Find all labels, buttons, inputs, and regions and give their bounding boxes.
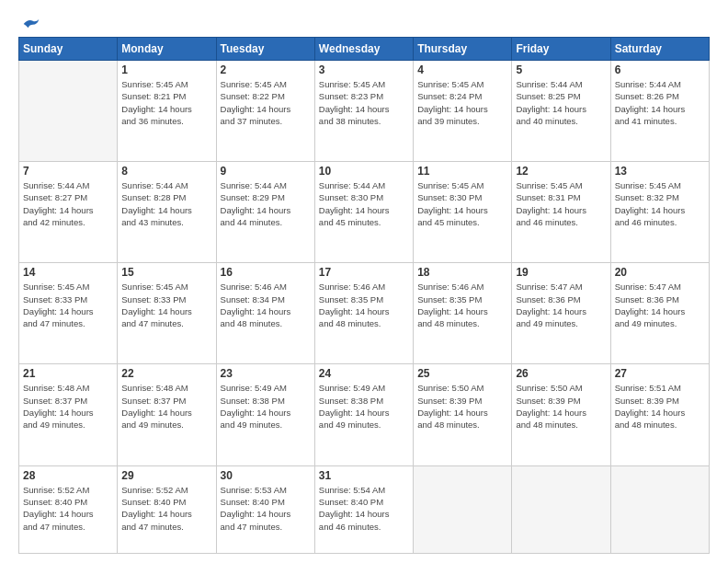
calendar-header-wednesday: Wednesday xyxy=(314,38,413,61)
day-number: 28 xyxy=(23,469,113,482)
day-number: 22 xyxy=(121,367,211,380)
week-row-2: 7Sunrise: 5:44 AM Sunset: 8:27 PM Daylig… xyxy=(19,162,710,263)
logo xyxy=(18,17,40,28)
calendar-cell: 9Sunrise: 5:44 AM Sunset: 8:29 PM Daylig… xyxy=(216,162,314,263)
logo-text xyxy=(18,17,40,31)
day-info: Sunrise: 5:53 AM Sunset: 8:40 PM Dayligh… xyxy=(221,484,311,533)
day-number: 20 xyxy=(615,266,705,279)
week-row-1: 1Sunrise: 5:45 AM Sunset: 8:21 PM Daylig… xyxy=(19,61,710,162)
day-number: 25 xyxy=(417,367,507,380)
day-number: 4 xyxy=(417,63,507,76)
day-number: 5 xyxy=(516,63,606,76)
calendar-header-saturday: Saturday xyxy=(610,38,709,61)
day-number: 24 xyxy=(319,367,409,380)
calendar-cell: 29Sunrise: 5:52 AM Sunset: 8:40 PM Dayli… xyxy=(118,465,216,553)
day-info: Sunrise: 5:46 AM Sunset: 8:34 PM Dayligh… xyxy=(221,281,311,329)
day-number: 2 xyxy=(221,63,311,76)
day-number: 12 xyxy=(516,165,606,178)
calendar-cell: 21Sunrise: 5:48 AM Sunset: 8:37 PM Dayli… xyxy=(19,364,118,465)
day-number: 26 xyxy=(516,367,606,380)
calendar-cell: 18Sunrise: 5:46 AM Sunset: 8:35 PM Dayli… xyxy=(414,263,512,364)
calendar-cell: 12Sunrise: 5:45 AM Sunset: 8:31 PM Dayli… xyxy=(512,162,610,263)
calendar-cell: 14Sunrise: 5:45 AM Sunset: 8:33 PM Dayli… xyxy=(19,263,118,364)
day-info: Sunrise: 5:49 AM Sunset: 8:38 PM Dayligh… xyxy=(221,382,311,431)
day-number: 10 xyxy=(319,165,409,178)
logo-bird-icon xyxy=(22,17,40,31)
calendar-cell xyxy=(610,465,709,553)
calendar-cell: 5Sunrise: 5:44 AM Sunset: 8:25 PM Daylig… xyxy=(512,61,610,162)
day-info: Sunrise: 5:44 AM Sunset: 8:25 PM Dayligh… xyxy=(516,78,606,127)
day-info: Sunrise: 5:47 AM Sunset: 8:36 PM Dayligh… xyxy=(516,281,606,329)
day-number: 6 xyxy=(615,63,705,76)
header xyxy=(18,17,710,28)
day-info: Sunrise: 5:44 AM Sunset: 8:27 PM Dayligh… xyxy=(23,179,113,228)
day-info: Sunrise: 5:49 AM Sunset: 8:38 PM Dayligh… xyxy=(319,382,409,431)
calendar-cell: 13Sunrise: 5:45 AM Sunset: 8:32 PM Dayli… xyxy=(610,162,709,263)
calendar-header-sunday: Sunday xyxy=(19,38,118,61)
calendar-cell xyxy=(512,465,610,553)
day-number: 19 xyxy=(516,266,606,279)
week-row-4: 21Sunrise: 5:48 AM Sunset: 8:37 PM Dayli… xyxy=(19,364,710,465)
day-number: 18 xyxy=(417,266,507,279)
calendar-cell: 7Sunrise: 5:44 AM Sunset: 8:27 PM Daylig… xyxy=(19,162,118,263)
calendar-cell: 22Sunrise: 5:48 AM Sunset: 8:37 PM Dayli… xyxy=(118,364,216,465)
day-number: 14 xyxy=(23,266,113,279)
day-info: Sunrise: 5:45 AM Sunset: 8:33 PM Dayligh… xyxy=(121,281,211,329)
calendar-cell: 20Sunrise: 5:47 AM Sunset: 8:36 PM Dayli… xyxy=(610,263,709,364)
day-info: Sunrise: 5:48 AM Sunset: 8:37 PM Dayligh… xyxy=(23,382,113,431)
day-number: 13 xyxy=(615,165,705,178)
calendar-cell: 17Sunrise: 5:46 AM Sunset: 8:35 PM Dayli… xyxy=(314,263,413,364)
day-info: Sunrise: 5:45 AM Sunset: 8:24 PM Dayligh… xyxy=(417,78,507,127)
day-number: 11 xyxy=(417,165,507,178)
day-info: Sunrise: 5:46 AM Sunset: 8:35 PM Dayligh… xyxy=(319,281,409,329)
calendar-cell: 27Sunrise: 5:51 AM Sunset: 8:39 PM Dayli… xyxy=(610,364,709,465)
day-info: Sunrise: 5:52 AM Sunset: 8:40 PM Dayligh… xyxy=(121,484,211,533)
day-info: Sunrise: 5:46 AM Sunset: 8:35 PM Dayligh… xyxy=(417,281,507,329)
day-number: 30 xyxy=(221,469,311,482)
calendar-cell: 11Sunrise: 5:45 AM Sunset: 8:30 PM Dayli… xyxy=(414,162,512,263)
calendar-cell: 1Sunrise: 5:45 AM Sunset: 8:21 PM Daylig… xyxy=(118,61,216,162)
calendar-cell: 2Sunrise: 5:45 AM Sunset: 8:22 PM Daylig… xyxy=(216,61,314,162)
calendar-cell xyxy=(414,465,512,553)
calendar-cell: 8Sunrise: 5:44 AM Sunset: 8:28 PM Daylig… xyxy=(118,162,216,263)
day-info: Sunrise: 5:45 AM Sunset: 8:31 PM Dayligh… xyxy=(516,179,606,228)
day-number: 17 xyxy=(319,266,409,279)
day-info: Sunrise: 5:44 AM Sunset: 8:30 PM Dayligh… xyxy=(319,179,409,228)
day-info: Sunrise: 5:50 AM Sunset: 8:39 PM Dayligh… xyxy=(516,382,606,431)
week-row-5: 28Sunrise: 5:52 AM Sunset: 8:40 PM Dayli… xyxy=(19,465,710,553)
day-info: Sunrise: 5:44 AM Sunset: 8:28 PM Dayligh… xyxy=(121,179,211,228)
calendar-cell: 26Sunrise: 5:50 AM Sunset: 8:39 PM Dayli… xyxy=(512,364,610,465)
calendar-cell: 10Sunrise: 5:44 AM Sunset: 8:30 PM Dayli… xyxy=(314,162,413,263)
day-info: Sunrise: 5:44 AM Sunset: 8:26 PM Dayligh… xyxy=(615,78,705,127)
calendar-cell: 4Sunrise: 5:45 AM Sunset: 8:24 PM Daylig… xyxy=(414,61,512,162)
calendar-header-monday: Monday xyxy=(118,38,216,61)
day-info: Sunrise: 5:52 AM Sunset: 8:40 PM Dayligh… xyxy=(23,484,113,533)
day-number: 31 xyxy=(319,469,409,482)
day-number: 3 xyxy=(319,63,409,76)
day-number: 23 xyxy=(221,367,311,380)
calendar-header-row: SundayMondayTuesdayWednesdayThursdayFrid… xyxy=(19,38,710,61)
calendar-cell: 6Sunrise: 5:44 AM Sunset: 8:26 PM Daylig… xyxy=(610,61,709,162)
calendar-header-tuesday: Tuesday xyxy=(216,38,314,61)
day-info: Sunrise: 5:45 AM Sunset: 8:23 PM Dayligh… xyxy=(319,78,409,127)
calendar: SundayMondayTuesdayWednesdayThursdayFrid… xyxy=(18,37,710,554)
day-info: Sunrise: 5:45 AM Sunset: 8:33 PM Dayligh… xyxy=(23,281,113,329)
calendar-cell: 19Sunrise: 5:47 AM Sunset: 8:36 PM Dayli… xyxy=(512,263,610,364)
calendar-cell: 31Sunrise: 5:54 AM Sunset: 8:40 PM Dayli… xyxy=(314,465,413,553)
calendar-cell: 28Sunrise: 5:52 AM Sunset: 8:40 PM Dayli… xyxy=(19,465,118,553)
calendar-header-thursday: Thursday xyxy=(414,38,512,61)
calendar-cell: 30Sunrise: 5:53 AM Sunset: 8:40 PM Dayli… xyxy=(216,465,314,553)
day-info: Sunrise: 5:45 AM Sunset: 8:30 PM Dayligh… xyxy=(417,179,507,228)
day-number: 16 xyxy=(221,266,311,279)
calendar-cell: 15Sunrise: 5:45 AM Sunset: 8:33 PM Dayli… xyxy=(118,263,216,364)
calendar-cell: 16Sunrise: 5:46 AM Sunset: 8:34 PM Dayli… xyxy=(216,263,314,364)
day-info: Sunrise: 5:44 AM Sunset: 8:29 PM Dayligh… xyxy=(221,179,311,228)
calendar-cell: 25Sunrise: 5:50 AM Sunset: 8:39 PM Dayli… xyxy=(414,364,512,465)
day-number: 1 xyxy=(121,63,211,76)
day-info: Sunrise: 5:47 AM Sunset: 8:36 PM Dayligh… xyxy=(615,281,705,329)
calendar-cell: 24Sunrise: 5:49 AM Sunset: 8:38 PM Dayli… xyxy=(314,364,413,465)
day-number: 15 xyxy=(121,266,211,279)
calendar-cell xyxy=(19,61,118,162)
day-info: Sunrise: 5:54 AM Sunset: 8:40 PM Dayligh… xyxy=(319,484,409,533)
page: SundayMondayTuesdayWednesdayThursdayFrid… xyxy=(0,0,728,563)
